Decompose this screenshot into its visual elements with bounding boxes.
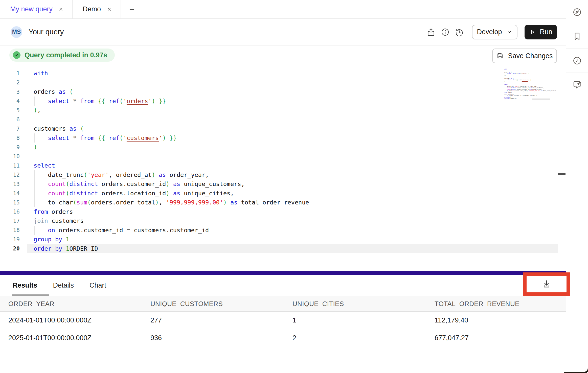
tab-chart[interactable]: Chart: [89, 282, 106, 289]
code-line-12[interactable]: 12 date_trunc('year', ordered_at) as ord…: [0, 170, 566, 180]
code-line-11[interactable]: 11select: [0, 161, 566, 170]
tab-label: My new query: [10, 5, 53, 13]
info-button[interactable]: [438, 25, 452, 39]
code-text: order by 1ORDER_ID: [504, 98, 516, 99]
line-number: 17: [0, 218, 20, 224]
table-row[interactable]: 2024-01-01T00:00:00.000Z2771112,179.40: [0, 312, 566, 329]
share-button[interactable]: [424, 25, 438, 39]
line-number: 14: [0, 190, 20, 196]
table-cell: 936: [150, 334, 292, 342]
save-icon: [496, 52, 504, 60]
code-minimap[interactable]: 1with23orders as (4 select * from {{ ref…: [504, 68, 558, 100]
code-line-13[interactable]: 13 count(distinct orders.customer_id) as…: [0, 179, 566, 189]
code-text: date_trunc('year', ordered_at) as order_…: [34, 171, 209, 178]
code-line-19[interactable]: 19group by 1: [0, 235, 566, 244]
code-line-18[interactable]: 18 on orders.customer_id = customers.cus…: [0, 226, 566, 235]
code-text: ),: [34, 107, 41, 114]
close-icon[interactable]: [106, 7, 112, 12]
code-text: select * from {{ ref('customers') }}: [504, 79, 531, 81]
code-text: customers as (: [34, 125, 84, 132]
play-icon: [529, 29, 536, 35]
table-body: 2024-01-01T00:00:00.000Z2771112,179.4020…: [0, 312, 566, 347]
annotation-highlight-box: [523, 272, 570, 296]
panel-splitter-handle[interactable]: [0, 271, 566, 275]
code-text: ): [504, 81, 505, 82]
history-button[interactable]: [452, 25, 466, 39]
sidebar-history-button[interactable]: [566, 49, 588, 73]
share-icon: [426, 28, 436, 37]
tab-details[interactable]: Details: [53, 282, 74, 289]
tab-my-new-query[interactable]: My new query: [0, 0, 73, 18]
code-line-7[interactable]: 7customers as (: [0, 124, 566, 133]
line-number: 4: [0, 98, 20, 104]
table-cell: 2024-01-01T00:00:00.000Z: [8, 316, 150, 324]
develop-button-label: Develop: [477, 28, 502, 36]
code-line-2[interactable]: 2: [0, 78, 566, 87]
code-line-16[interactable]: 16from orders: [0, 207, 566, 217]
minimap-line-15: 15 to_char(sum(orders.order_total), '999…: [504, 90, 558, 92]
right-icon-sidebar: [566, 0, 588, 373]
run-button-label: Run: [540, 28, 552, 36]
results-panel: Results Details Chart ORDER_YEARUNIQUE_C…: [0, 275, 566, 373]
code-line-3[interactable]: 3orders as (: [0, 87, 566, 97]
code-line-4[interactable]: 4 select * from {{ ref('orders') }}: [0, 97, 566, 106]
run-button[interactable]: Run: [525, 25, 557, 39]
history-icon: [455, 28, 464, 37]
tab-results[interactable]: Results: [13, 282, 37, 289]
avatar: MS: [11, 26, 22, 38]
column-header: ORDER_YEAR: [8, 300, 150, 308]
tab-demo[interactable]: Demo: [73, 0, 121, 18]
table-cell: 2025-01-01T00:00:00.000Z: [8, 334, 150, 342]
code-area[interactable]: 1with23orders as (4 select * from {{ ref…: [0, 69, 566, 253]
sidebar-ai-assistant-button[interactable]: [566, 73, 588, 97]
code-text: orders as (: [34, 88, 73, 95]
line-number: 7: [0, 126, 20, 132]
scrollbar-thumb[interactable]: [558, 173, 566, 175]
table-cell: 1: [292, 316, 435, 324]
line-number: 12: [0, 172, 20, 178]
line-number: 20: [0, 245, 20, 252]
code-text: select * from {{ ref('orders') }}: [504, 73, 529, 74]
code-line-20[interactable]: 20order by 1ORDER_ID: [0, 244, 566, 253]
line-number: 10: [0, 153, 20, 159]
line-number: 11: [0, 162, 20, 169]
info-icon: [441, 28, 450, 37]
code-line-15[interactable]: 15 to_char(sum(orders.order_total), '999…: [0, 198, 566, 207]
table-cell: 112,179.40: [435, 316, 566, 324]
close-icon[interactable]: [58, 7, 64, 12]
code-text: order by 1ORDER_ID: [34, 245, 98, 252]
code-text: on orders.customer_id = customers.custom…: [504, 95, 537, 96]
new-tab-button[interactable]: [121, 0, 143, 18]
table-row[interactable]: 2025-01-01T00:00:00.000Z9362677,047.27: [0, 329, 566, 347]
code-text: orders as (: [504, 72, 512, 73]
download-results-button[interactable]: [538, 276, 555, 292]
editor-scroll-gutter: [558, 45, 558, 271]
code-text: group by 1: [34, 236, 70, 243]
code-line-17[interactable]: 17join customers: [0, 216, 566, 226]
code-line-9[interactable]: 9): [0, 143, 566, 152]
code-text: count(distinct orders.customer_id) as un…: [504, 87, 544, 88]
line-number: 9: [0, 144, 20, 150]
line-number: 8: [0, 135, 20, 141]
download-icon: [541, 279, 552, 289]
code-text: select * from {{ ref('orders') }}: [34, 98, 166, 105]
code-line-6[interactable]: 6: [0, 115, 566, 124]
code-line-1[interactable]: 1with: [0, 69, 566, 78]
plus-icon: [128, 6, 136, 13]
sidebar-explore-button[interactable]: [566, 0, 588, 24]
save-changes-button[interactable]: Save Changes: [492, 49, 557, 63]
line-number: 2: [0, 79, 20, 86]
code-line-14[interactable]: 14 count(distinct orders.location_id) as…: [0, 189, 566, 198]
code-text: with: [504, 68, 507, 70]
active-tab-underline: [12, 294, 49, 296]
line-number: 6: [0, 116, 20, 123]
sidebar-bookmarks-button[interactable]: [566, 24, 588, 49]
code-text: group by 1: [504, 97, 511, 98]
code-line-8[interactable]: 8 select * from {{ ref('customers') }}: [0, 133, 566, 143]
code-line-10[interactable]: 10: [0, 152, 566, 161]
develop-button[interactable]: Develop: [472, 25, 517, 39]
line-number: 18: [0, 227, 20, 233]
code-line-5[interactable]: 5),: [0, 106, 566, 115]
code-text: select * from {{ ref('customers') }}: [34, 134, 177, 142]
code-text: on orders.customer_id = customers.custom…: [34, 227, 209, 234]
